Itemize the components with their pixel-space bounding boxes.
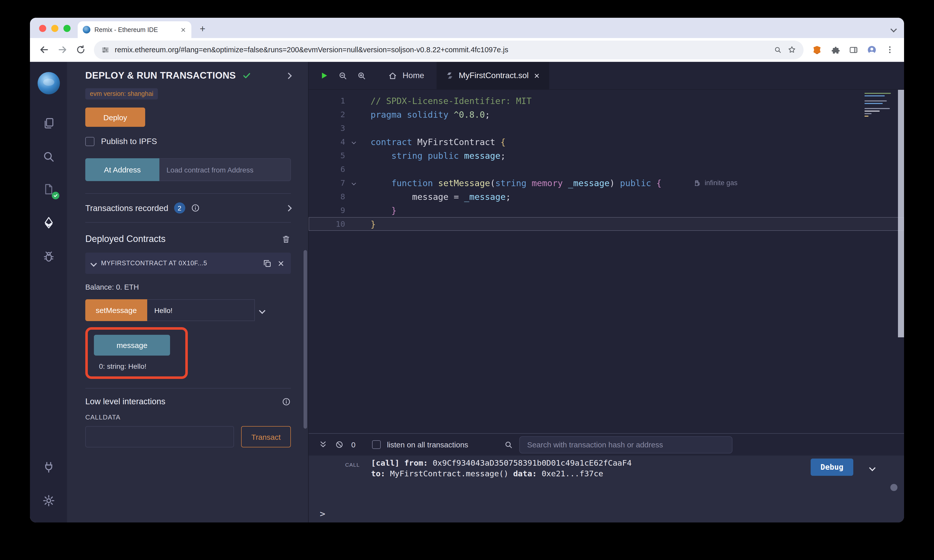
code-editor[interactable]: 1// SPDX-License-Identifier: MIT2pragma … (308, 90, 904, 433)
panel-collapse-chevron-icon[interactable] (286, 71, 291, 80)
tab-search-chevron-icon[interactable] (891, 25, 896, 34)
sidebar-item-solidity-compiler[interactable] (40, 181, 57, 198)
settings-gear-icon[interactable] (40, 492, 57, 509)
tab-home[interactable]: Home (376, 62, 436, 89)
divider (85, 388, 291, 389)
clear-console-icon[interactable] (335, 440, 344, 449)
deploy-run-panel: DEPLOY & RUN TRANSACTIONS evm version: s… (67, 62, 308, 523)
copy-address-icon[interactable] (262, 258, 272, 268)
browser-window: Remix - Ethereum IDE + remix.ethereum.or… (30, 18, 904, 523)
message-result: 0: string: Hello! (94, 362, 179, 370)
transactions-expand-chevron-icon[interactable] (286, 203, 291, 212)
close-file-tab-icon[interactable] (534, 72, 540, 79)
info-icon[interactable] (191, 203, 200, 212)
profile-avatar[interactable] (863, 42, 880, 58)
editor-scrollbar[interactable] (898, 90, 904, 337)
debug-button[interactable]: Debug (811, 458, 853, 476)
minimap[interactable] (865, 93, 894, 117)
terminal-scroll-handle[interactable] (890, 484, 897, 491)
message-getter-button[interactable]: message (94, 335, 170, 355)
tab-home-label: Home (402, 71, 424, 80)
fold-chevron-icon[interactable] (345, 140, 362, 143)
code-line[interactable]: 4contract MyFirstContract { (308, 135, 904, 149)
url-text[interactable]: remix.ethereum.org/#lang=en&optimize=fal… (115, 46, 769, 54)
transact-button[interactable]: Transact (241, 426, 291, 448)
set-message-button[interactable]: setMessage (85, 299, 147, 321)
log-line-2[interactable]: to: MyFirstContract.message() data: 0xe2… (371, 469, 792, 479)
deployed-contract-item[interactable]: MYFIRSTCONTRACT AT 0X10F...5 (85, 252, 291, 274)
terminal-search-icon (504, 440, 513, 449)
code-line[interactable]: 3 (308, 121, 904, 135)
publish-ipfs-checkbox[interactable] (85, 137, 94, 146)
contract-expand-chevron-icon[interactable] (91, 259, 96, 268)
fold-chevron-icon[interactable] (345, 182, 362, 185)
solidity-file-icon (445, 72, 453, 80)
maximize-window-button[interactable] (63, 25, 71, 32)
code-text: } (362, 219, 376, 229)
code-line[interactable]: 8 message = _message; (308, 190, 904, 203)
gas-annotation: infinite gas (694, 179, 738, 187)
code-lines[interactable]: 1// SPDX-License-Identifier: MIT2pragma … (308, 94, 904, 231)
sidebar-item-deploy-run[interactable] (40, 214, 57, 231)
close-window-button[interactable] (39, 25, 46, 32)
low-level-info-icon[interactable] (282, 397, 291, 406)
set-message-input[interactable] (147, 299, 255, 321)
code-text: contract MyFirstContract { (362, 137, 506, 147)
line-number: 9 (308, 206, 345, 215)
close-tab-icon[interactable] (180, 27, 186, 33)
forward-button[interactable] (54, 42, 71, 58)
remove-contract-icon[interactable] (277, 260, 285, 267)
code-line[interactable]: 1// SPDX-License-Identifier: MIT (308, 94, 904, 108)
browser-tab[interactable]: Remix - Ethereum IDE (78, 21, 191, 38)
sidebar-item-debugger[interactable] (40, 248, 57, 265)
at-address-button[interactable]: At Address (85, 158, 159, 181)
log-expand-chevron-icon[interactable] (870, 463, 875, 472)
menu-kebab-icon[interactable] (882, 42, 898, 58)
line-number: 7 (308, 178, 345, 188)
log-lines[interactable]: [call] from: 0x9Cf934043aD350758391b0D01… (371, 458, 792, 479)
remix-app: DEPLOY & RUN TRANSACTIONS evm version: s… (30, 62, 904, 523)
code-line[interactable]: 10} (308, 217, 904, 231)
zoom-out-icon[interactable] (338, 71, 348, 80)
trash-icon[interactable] (281, 234, 291, 244)
bookmark-star-icon[interactable] (787, 45, 797, 54)
code-line[interactable]: 9 } (308, 203, 904, 217)
terminal: 0 listen on all transactions CALL (308, 433, 904, 523)
zoom-icon[interactable] (774, 45, 782, 54)
sidebar-item-search[interactable] (40, 148, 57, 165)
collapse-terminal-icon[interactable] (319, 440, 327, 449)
calldata-input[interactable] (85, 426, 234, 448)
line-number: 5 (308, 151, 345, 160)
side-panel-icon[interactable] (845, 42, 862, 58)
url-bar[interactable]: remix.ethereum.org/#lang=en&optimize=fal… (94, 40, 803, 59)
log-line-1[interactable]: [call] from: 0x9Cf934043aD350758391b0D01… (371, 458, 792, 469)
at-address-input[interactable] (159, 158, 291, 181)
pending-tx-count: 0 (351, 440, 356, 449)
plugin-manager-icon[interactable] (40, 458, 57, 476)
code-line[interactable]: 2pragma solidity ^0.8.0; (308, 108, 904, 121)
site-settings-icon[interactable] (101, 45, 109, 54)
metamask-icon[interactable] (809, 42, 825, 58)
code-text: string public message; (362, 151, 506, 160)
listen-checkbox[interactable] (372, 440, 381, 449)
sidebar-item-file-explorer[interactable] (40, 115, 57, 132)
zoom-in-icon[interactable] (357, 71, 367, 80)
line-number: 6 (308, 165, 345, 174)
run-script-play-icon[interactable] (319, 71, 329, 81)
new-tab-button[interactable]: + (196, 22, 210, 36)
code-line[interactable]: 7 function setMessage(string memory _mes… (308, 176, 904, 190)
deploy-button[interactable]: Deploy (85, 108, 145, 127)
code-line[interactable]: 6 (308, 162, 904, 176)
reload-button[interactable] (72, 42, 89, 58)
panel-scrollbar[interactable] (304, 250, 307, 429)
tab-file[interactable]: MyFirstContract.sol (436, 62, 549, 89)
code-line[interactable]: 5 string public message; (308, 149, 904, 162)
set-message-expand-chevron-icon[interactable] (260, 306, 265, 315)
minimize-window-button[interactable] (51, 25, 59, 32)
extensions-puzzle-icon[interactable] (827, 42, 843, 58)
remix-logo[interactable] (37, 72, 60, 94)
back-button[interactable] (36, 42, 52, 58)
terminal-prompt[interactable]: > (308, 504, 904, 523)
terminal-toolbar: 0 listen on all transactions (308, 434, 904, 455)
terminal-search-input[interactable] (519, 436, 733, 453)
